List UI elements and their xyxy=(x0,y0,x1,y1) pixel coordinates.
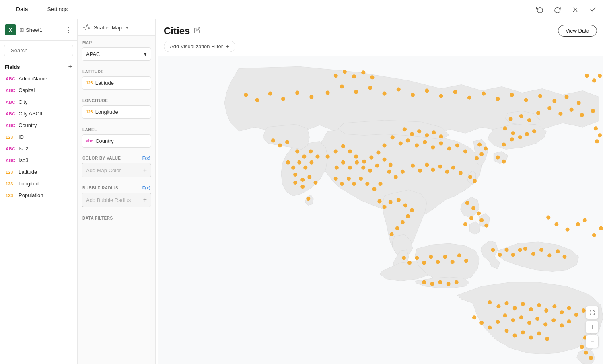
svg-point-164 xyxy=(545,337,549,341)
svg-point-140 xyxy=(513,306,517,310)
svg-point-63 xyxy=(496,156,500,160)
tab-settings[interactable]: Settings xyxy=(38,0,78,19)
svg-point-57 xyxy=(511,131,515,135)
check-button[interactable] xyxy=(587,4,599,15)
svg-point-204 xyxy=(372,187,376,191)
svg-point-192 xyxy=(594,126,598,130)
svg-point-21 xyxy=(383,143,387,147)
svg-point-205 xyxy=(378,182,382,186)
svg-point-43 xyxy=(375,164,379,168)
svg-point-82 xyxy=(467,96,471,100)
zoom-in-button[interactable]: + xyxy=(586,321,599,333)
field-item-city[interactable]: ABC City xyxy=(0,96,77,108)
add-filter-button[interactable]: Add Visualization Filter + xyxy=(164,41,235,52)
svg-point-161 xyxy=(521,330,525,334)
svg-point-77 xyxy=(397,88,401,92)
svg-point-39 xyxy=(394,175,398,179)
svg-point-189 xyxy=(271,138,275,142)
svg-point-90 xyxy=(577,101,581,105)
svg-point-200 xyxy=(592,233,596,237)
svg-point-115 xyxy=(465,201,469,205)
field-item-population[interactable]: 123 Population xyxy=(0,189,77,201)
svg-point-182 xyxy=(286,160,290,165)
svg-point-54 xyxy=(432,130,436,134)
add-bubble-zone[interactable]: Add Bubble Radius + xyxy=(82,193,151,207)
chart-type-selector[interactable]: Scatter Map ▾ xyxy=(78,19,155,36)
svg-point-167 xyxy=(479,321,484,325)
svg-point-152 xyxy=(519,315,523,319)
longitude-drop-zone[interactable]: 123 Longitude xyxy=(82,105,151,119)
close-button[interactable] xyxy=(570,4,581,15)
latitude-drop-zone[interactable]: 123 Latitude xyxy=(82,76,151,90)
bubble-radius-row: BUBBLE RADIUS F(x) xyxy=(78,181,155,193)
field-item-capital[interactable]: ABC Capital xyxy=(0,84,77,96)
focus-button[interactable] xyxy=(586,306,599,319)
svg-point-181 xyxy=(291,166,295,170)
svg-point-122 xyxy=(415,256,419,260)
svg-point-98 xyxy=(547,106,551,110)
add-color-zone[interactable]: Add Map Color + xyxy=(82,163,151,177)
svg-point-30 xyxy=(411,164,415,168)
svg-point-172 xyxy=(584,351,588,355)
svg-point-8 xyxy=(87,24,88,26)
svg-point-195 xyxy=(554,222,558,226)
field-item-iso3[interactable]: ABC Iso3 xyxy=(0,154,77,166)
bubble-fx-badge[interactable]: F(x) xyxy=(142,185,150,190)
add-field-button[interactable]: + xyxy=(68,63,72,71)
color-fx-badge[interactable]: F(x) xyxy=(142,156,150,160)
undo-button[interactable] xyxy=(534,4,545,15)
svg-point-138 xyxy=(496,304,500,308)
svg-point-65 xyxy=(509,117,513,121)
field-item-adminname[interactable]: ABC AdminName xyxy=(0,73,77,84)
field-type-badge: 123 xyxy=(6,170,15,175)
svg-point-41 xyxy=(383,158,387,162)
edit-title-icon[interactable] xyxy=(194,27,200,35)
field-item-cityascii[interactable]: ABC City ASCII xyxy=(0,108,77,119)
svg-point-183 xyxy=(293,173,297,177)
bubble-radius-label: BUBBLE RADIUS xyxy=(82,186,118,190)
svg-point-131 xyxy=(402,256,406,260)
svg-point-15 xyxy=(423,140,427,144)
redo-button[interactable] xyxy=(552,4,563,15)
svg-point-53 xyxy=(425,133,429,137)
field-name: City xyxy=(19,99,27,105)
svg-point-134 xyxy=(438,280,442,284)
field-item-latitude[interactable]: 123 Latitude xyxy=(0,166,77,178)
search-input[interactable] xyxy=(11,47,78,53)
view-data-button[interactable]: View Data xyxy=(558,25,597,37)
svg-point-135 xyxy=(447,282,451,286)
svg-point-222 xyxy=(511,253,515,257)
map-container[interactable]: + − xyxy=(156,56,605,364)
svg-point-81 xyxy=(453,90,457,94)
svg-point-73 xyxy=(340,84,344,88)
field-name: Population xyxy=(19,192,43,198)
scatter-map-icon xyxy=(82,23,91,31)
field-item-country[interactable]: ABC Country xyxy=(0,119,77,131)
field-type-badge: ABC xyxy=(6,111,15,116)
svg-point-83 xyxy=(482,92,486,96)
field-name: Country xyxy=(19,122,37,128)
chart-area: Cities View Data Add Visualization Filte… xyxy=(156,19,605,364)
svg-point-67 xyxy=(527,118,531,122)
map-dropdown[interactable]: APAC ▾ xyxy=(82,47,151,61)
field-item-id[interactable]: 123 ID xyxy=(0,131,77,143)
svg-point-176 xyxy=(309,150,313,154)
svg-point-13 xyxy=(406,138,410,142)
sheet-selector[interactable]: ⊞ Sheet1 xyxy=(19,27,42,33)
svg-point-220 xyxy=(498,253,502,257)
svg-point-148 xyxy=(574,313,578,317)
field-type-badge: 123 xyxy=(6,181,15,186)
svg-point-59 xyxy=(525,132,529,136)
svg-point-157 xyxy=(560,323,564,327)
tab-data[interactable]: Data xyxy=(6,0,38,19)
field-item-iso2[interactable]: ABC Iso2 xyxy=(0,143,77,154)
more-options-button[interactable]: ⋮ xyxy=(65,25,72,34)
label-drop-zone[interactable]: abc Country xyxy=(82,134,151,148)
svg-point-124 xyxy=(429,255,433,259)
field-item-longitude[interactable]: 123 Longitude xyxy=(0,178,77,189)
zoom-out-button[interactable]: − xyxy=(586,335,599,348)
svg-point-145 xyxy=(552,304,556,308)
zoom-out-label: − xyxy=(590,338,594,345)
left-sidebar: X ⊞ Sheet1 ⋮ Fields + ABC AdminName ABC xyxy=(0,19,78,364)
svg-point-194 xyxy=(595,139,599,143)
